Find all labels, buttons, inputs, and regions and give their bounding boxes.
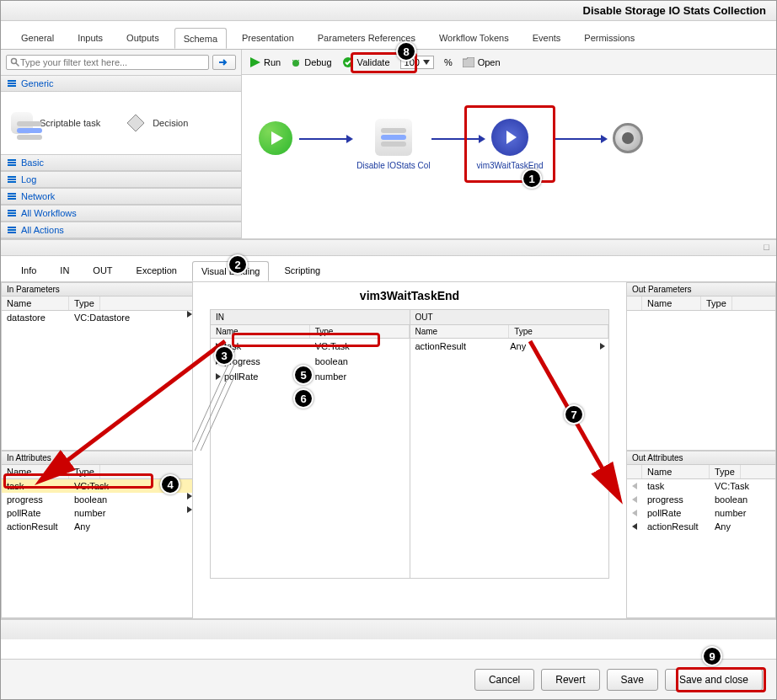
svg-marker-21 [250, 57, 260, 67]
svg-rect-4 [8, 85, 16, 87]
callout-4: 4 [160, 474, 180, 494]
flow-arrow-1 [299, 138, 351, 140]
category-all-workflows[interactable]: All Workflows [1, 205, 241, 222]
button-bar: Cancel Revert Save Save and close [1, 659, 776, 699]
tab-info[interactable]: Info [13, 261, 45, 281]
divider-bar[interactable] [1, 239, 776, 256]
svg-marker-5 [127, 115, 144, 131]
tab-workflow-tokens[interactable]: Workflow Tokens [431, 28, 517, 49]
tab-inputs[interactable]: Inputs [69, 28, 111, 49]
in-attributes-table: NameType taskVC:Task progressboolean pol… [2, 465, 192, 533]
svg-rect-11 [8, 181, 16, 183]
tab-general[interactable]: General [13, 28, 62, 49]
palette-decision[interactable]: Decision [126, 109, 188, 137]
category-log[interactable]: Log [1, 171, 241, 188]
out-attributes-block: Out Attributes NameType taskVC:Task prog… [626, 451, 776, 618]
table-row[interactable]: actionResultAny [627, 520, 775, 533]
left-panel: In Parameters NameType datastoreVC:Datas… [1, 282, 193, 618]
filter-go-button[interactable] [212, 55, 236, 70]
out-attributes-header: Out Attributes [627, 452, 775, 465]
callout-9: 9 [702, 646, 722, 666]
check-circle-icon [342, 56, 354, 68]
status-bar [1, 619, 776, 639]
tab-schema[interactable]: Schema [174, 28, 227, 49]
tab-presentation[interactable]: Presentation [233, 28, 303, 49]
callout-3: 3 [214, 345, 234, 366]
palette-filter-input[interactable] [20, 57, 205, 67]
in-parameters-table: NameType datastoreVC:Datastore [2, 297, 192, 324]
category-all-actions[interactable]: All Actions [1, 222, 241, 238]
revert-button[interactable]: Revert [541, 669, 599, 691]
out-column: OUT NameType actionResultAny [410, 310, 609, 578]
in-attributes-header: In Attributes [2, 452, 192, 465]
callout-1: 1 [522, 168, 542, 189]
canvas-panel: Run Debug Validate 100 % Open [242, 50, 776, 238]
binding-area: In Parameters NameType datastoreVC:Datas… [1, 282, 776, 619]
in-parameters-block: In Parameters NameType datastoreVC:Datas… [1, 282, 193, 451]
tab-events[interactable]: Events [524, 28, 570, 49]
end-node[interactable] [613, 123, 643, 153]
chevron-down-icon [423, 60, 430, 65]
table-row[interactable]: actionResultAny [2, 520, 192, 533]
bug-icon [291, 57, 301, 67]
svg-rect-8 [8, 164, 16, 166]
table-row[interactable]: progressboolean [627, 493, 775, 506]
out-attributes-table: NameType taskVC:Task progressboolean pol… [627, 465, 775, 533]
run-button[interactable]: Run [250, 57, 281, 67]
out-box-header: OUT [410, 310, 609, 325]
tab-exception[interactable]: Exception [128, 261, 185, 281]
callout-2: 2 [228, 254, 248, 275]
category-network[interactable]: Network [1, 188, 241, 205]
chevron-right-icon [187, 506, 192, 513]
tab-outputs[interactable]: Outputs [118, 28, 168, 49]
script-node[interactable]: Disable IOStats Col [351, 119, 436, 170]
debug-button[interactable]: Debug [291, 57, 331, 67]
out-parameters-block: Out Parameters NameType [626, 282, 776, 451]
table-row[interactable]: progressboolean [2, 493, 192, 506]
table-row[interactable]: pollRatenumber [627, 506, 775, 520]
category-basic[interactable]: Basic [1, 154, 241, 171]
open-button[interactable]: Open [463, 57, 501, 67]
svg-marker-26 [423, 60, 430, 65]
arrow-right-icon [218, 58, 230, 67]
tab-scripting[interactable]: Scripting [276, 261, 329, 281]
palette-body: Scriptable task Decision [1, 92, 241, 154]
tab-in[interactable]: IN [51, 261, 78, 281]
list-icon [8, 159, 16, 166]
chevron-left-icon [632, 496, 637, 503]
table-row[interactable]: pollRatenumber [2, 506, 192, 520]
binding-title: vim3WaitTaskEnd [193, 282, 626, 309]
table-row[interactable]: taskVC:Task [627, 479, 775, 493]
palette-scriptable-task[interactable]: Scriptable task [11, 109, 100, 137]
start-node[interactable] [259, 121, 292, 155]
mid-tab-bar: Info IN OUT Exception Visual Binding Scr… [1, 256, 776, 282]
gear-node[interactable]: vim3WaitTaskEnd [468, 119, 552, 170]
table-row[interactable]: taskVC:Task [211, 339, 410, 354]
out-parameters-header: Out Parameters [627, 283, 775, 297]
save-button[interactable]: Save [607, 669, 658, 691]
tab-out[interactable]: OUT [84, 261, 121, 281]
chevron-left-icon [632, 523, 637, 530]
svg-rect-15 [8, 210, 16, 211]
validate-button[interactable]: Validate [342, 56, 390, 68]
table-row[interactable]: actionResultAny [410, 339, 609, 354]
palette-filter-input-wrap[interactable] [6, 55, 209, 70]
svg-rect-18 [8, 227, 16, 228]
save-and-close-button[interactable]: Save and close [665, 669, 763, 691]
category-generic[interactable]: Generic [1, 75, 241, 92]
zoom-percent-label: % [444, 57, 453, 67]
callout-5: 5 [293, 365, 313, 385]
play-icon [250, 57, 260, 67]
tab-permissions[interactable]: Permissions [576, 28, 643, 49]
chevron-left-icon [632, 483, 637, 489]
chevron-right-icon [600, 343, 605, 350]
list-icon [8, 193, 16, 200]
svg-rect-10 [8, 179, 16, 180]
workflow-canvas[interactable]: Disable IOStats Col vim3WaitTaskEnd [242, 75, 776, 238]
cancel-button[interactable]: Cancel [474, 669, 534, 691]
right-panel: Out Parameters NameType Out Attributes N… [626, 282, 776, 618]
table-row[interactable]: datastoreVC:Datastore [2, 311, 192, 324]
schema-area: Generic Scriptable task Decision Basic L… [1, 50, 776, 239]
window-title: Disable Storage IO Stats Collection [583, 4, 766, 17]
svg-rect-3 [8, 83, 16, 84]
